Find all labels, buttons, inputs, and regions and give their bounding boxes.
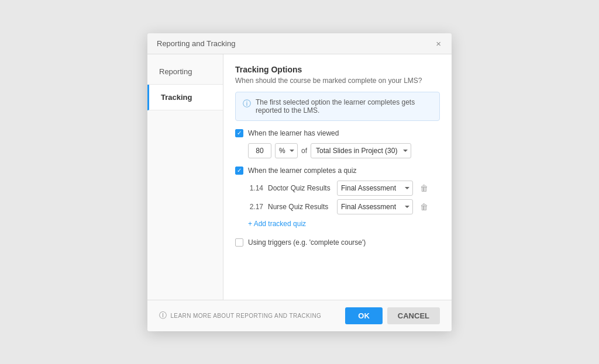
quiz-name-1: Doctor Quiz Results bbox=[268, 184, 332, 192]
viewed-label: When the learner has viewed bbox=[248, 129, 339, 137]
quiz-delete-1[interactable]: 🗑 bbox=[420, 183, 428, 193]
ok-button[interactable]: OK bbox=[345, 307, 383, 324]
quiz-num-1: 1.14 bbox=[248, 184, 263, 192]
footer-info-icon: ⓘ bbox=[159, 310, 167, 321]
check-icon: ✓ bbox=[237, 130, 242, 136]
dialog-title: Reporting and Tracking bbox=[157, 39, 235, 48]
sidebar-item-reporting[interactable]: Reporting bbox=[147, 59, 223, 85]
info-icon: ⓘ bbox=[243, 99, 251, 109]
option-triggers-row: Using triggers (e.g. 'complete course') bbox=[235, 238, 440, 247]
quiz-item: 1.14 Doctor Quiz Results Final Assessmen… bbox=[248, 181, 440, 196]
quiz-label: When the learner completes a quiz bbox=[248, 167, 356, 175]
dialog-footer: ⓘ LEARN MORE ABOUT REPORTING AND TRACKIN… bbox=[147, 300, 452, 331]
main-content: Tracking Options When should the course … bbox=[223, 54, 452, 300]
sidebar: Reporting Tracking bbox=[147, 54, 223, 300]
quiz-assessment-select-2[interactable]: Final Assessment bbox=[337, 199, 413, 214]
section-title: Tracking Options bbox=[235, 65, 440, 74]
quiz-item-2: 2.17 Nurse Quiz Results Final Assessment… bbox=[248, 199, 440, 214]
close-button[interactable]: × bbox=[435, 39, 442, 48]
viewed-checkbox[interactable]: ✓ bbox=[235, 129, 243, 137]
unit-select[interactable]: % bbox=[275, 143, 298, 158]
quiz-list: 1.14 Doctor Quiz Results Final Assessmen… bbox=[248, 181, 440, 214]
triggers-label: Using triggers (e.g. 'complete course') bbox=[248, 238, 366, 247]
sidebar-item-tracking[interactable]: Tracking bbox=[147, 85, 223, 110]
option-quiz-row: ✓ When the learner completes a quiz bbox=[235, 167, 440, 175]
section-subtitle: When should the course be marked complet… bbox=[235, 77, 440, 85]
learn-more-label: LEARN MORE ABOUT REPORTING AND TRACKING bbox=[170, 313, 321, 319]
quiz-num-2: 2.17 bbox=[248, 203, 263, 211]
add-quiz-link[interactable]: + Add tracked quiz bbox=[248, 220, 306, 228]
quiz-checkbox[interactable]: ✓ bbox=[235, 167, 243, 175]
footer-learn-more[interactable]: ⓘ LEARN MORE ABOUT REPORTING AND TRACKIN… bbox=[159, 310, 321, 321]
slides-select[interactable]: Total Slides in Project (30) bbox=[311, 143, 411, 158]
dialog: Reporting and Tracking × Reporting Track… bbox=[147, 33, 452, 331]
quiz-assessment-select-1[interactable]: Final Assessment bbox=[337, 181, 413, 196]
dialog-titlebar: Reporting and Tracking × bbox=[147, 33, 452, 54]
quiz-check-icon: ✓ bbox=[237, 168, 242, 174]
triggers-checkbox[interactable] bbox=[235, 238, 243, 247]
dialog-body: Reporting Tracking Tracking Options When… bbox=[147, 54, 452, 300]
quiz-delete-2[interactable]: 🗑 bbox=[420, 202, 428, 212]
info-message: The first selected option the learner co… bbox=[256, 98, 432, 115]
quiz-name-2: Nurse Quiz Results bbox=[268, 203, 332, 211]
percent-input[interactable] bbox=[248, 143, 271, 158]
cancel-button[interactable]: CANCEL bbox=[387, 307, 440, 324]
footer-buttons: OK CANCEL bbox=[345, 307, 440, 324]
info-box: ⓘ The first selected option the learner … bbox=[235, 92, 440, 121]
option-viewed-row: ✓ When the learner has viewed bbox=[235, 129, 440, 137]
of-text: of bbox=[301, 147, 307, 155]
slider-row: % of Total Slides in Project (30) bbox=[248, 143, 440, 158]
